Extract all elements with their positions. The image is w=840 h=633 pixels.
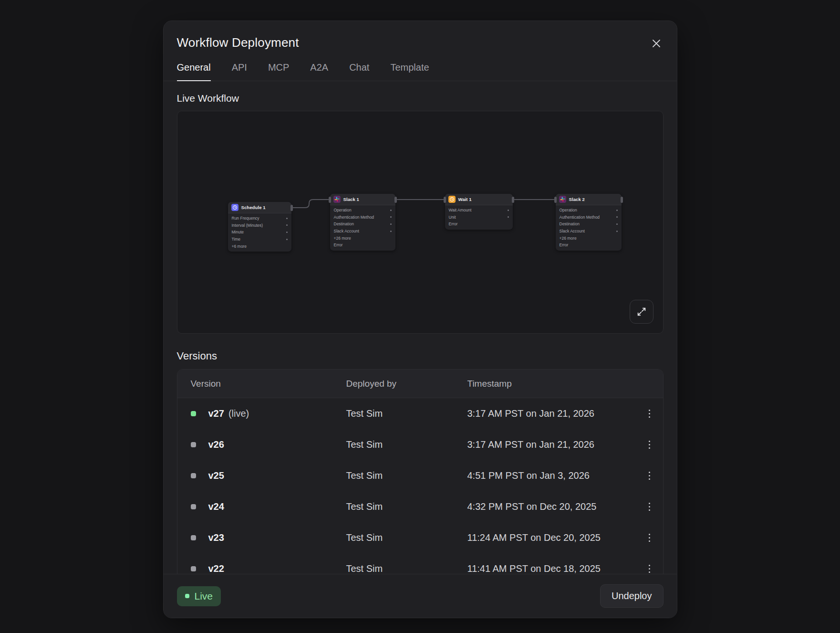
workflow-node-slack-1[interactable]: Slack 1OperationAuthentication MethodDes…	[330, 194, 395, 251]
tab-a2a[interactable]: A2A	[310, 62, 328, 81]
version-live-suffix: (live)	[228, 408, 249, 419]
tab-mcp[interactable]: MCP	[268, 62, 289, 81]
x-icon	[651, 38, 662, 49]
node-param-label: Authentication Method	[560, 215, 600, 220]
node-body: Run FrequencyInterval (Minutes)MinuteTim…	[228, 213, 291, 252]
node-param-row: Slack Account	[330, 228, 395, 235]
param-port-dot-icon	[286, 218, 288, 219]
node-param-label: Time	[232, 237, 241, 242]
node-body: Wait AmountUnitError	[445, 205, 513, 230]
version-cell: v24	[191, 501, 346, 512]
slack-icon	[333, 196, 341, 203]
versions-heading: Versions	[177, 350, 664, 362]
node-param-label: Operation	[560, 208, 577, 212]
param-port-dot-icon	[390, 216, 392, 218]
node-param-label: Operation	[334, 208, 352, 212]
undeploy-button[interactable]: Undeploy	[600, 584, 664, 608]
node-param-label: Slack Account	[334, 229, 359, 233]
node-input-port[interactable]	[444, 197, 446, 203]
node-output-port[interactable]	[512, 197, 514, 203]
workflow-node-wait-1[interactable]: Wait 1Wait AmountUnitError	[445, 194, 513, 230]
version-cell: v22	[191, 563, 346, 574]
clock-icon	[448, 196, 456, 203]
node-header: Slack 1	[330, 194, 395, 205]
node-param-row: Run Frequency	[228, 215, 291, 222]
version-status-dot-icon	[191, 442, 196, 447]
version-status-dot-icon	[191, 504, 196, 509]
node-title: Schedule 1	[241, 205, 266, 210]
modal-content: Live Workflow Schedule 1Run FrequencyInt…	[164, 81, 677, 574]
version-cell: v27(live)	[191, 408, 346, 419]
node-extra-row: Error	[445, 221, 513, 228]
row-menu-button[interactable]	[645, 406, 654, 422]
row-menu-button[interactable]	[645, 561, 654, 574]
versions-table-header: Version Deployed by Timestamp	[177, 369, 663, 398]
node-extra-row: +6 more	[228, 243, 291, 250]
page-title: Workflow Deployment	[177, 35, 299, 50]
timestamp-cell: 4:32 PM PST on Dec 20, 2025	[467, 501, 636, 512]
node-param-row: Operation	[330, 207, 395, 214]
node-param-row: Wait Amount	[445, 207, 513, 214]
expand-preview-button[interactable]	[630, 300, 653, 324]
close-button[interactable]	[649, 36, 664, 51]
table-row: v25Test Sim4:51 PM PST on Jan 3, 2026	[177, 460, 663, 491]
node-param-label: Authentication Method	[334, 215, 374, 220]
version-label: v23	[208, 532, 224, 543]
deployed-by-cell: Test Sim	[346, 532, 467, 543]
node-extra-row: Error	[330, 242, 395, 249]
tab-api[interactable]: API	[232, 62, 247, 81]
row-menu-button[interactable]	[645, 468, 654, 484]
row-menu-button[interactable]	[645, 499, 654, 515]
node-extra-label: +26 more	[560, 236, 577, 241]
node-param-label: Wait Amount	[449, 208, 472, 212]
param-port-dot-icon	[286, 224, 288, 226]
node-output-port[interactable]	[394, 197, 397, 203]
node-param-row: Authentication Method	[330, 214, 395, 221]
node-param-row: Destination	[556, 221, 622, 228]
versions-table-body: v27(live)Test Sim3:17 AM PST on Jan 21, …	[177, 398, 663, 574]
version-status-dot-icon	[191, 411, 196, 416]
node-param-label: Unit	[449, 215, 456, 220]
param-port-dot-icon	[616, 210, 618, 211]
node-param-label: Slack Account	[560, 229, 585, 233]
timestamp-cell: 11:24 AM PST on Dec 20, 2025	[467, 532, 636, 543]
node-param-row: Time	[228, 236, 291, 243]
live-workflow-heading: Live Workflow	[177, 93, 664, 104]
table-row: v22Test Sim11:41 AM PST on Dec 18, 2025	[177, 553, 663, 574]
workflow-canvas[interactable]: Schedule 1Run FrequencyInterval (Minutes…	[177, 111, 664, 334]
deployed-by-cell: Test Sim	[346, 408, 467, 419]
slack-icon	[559, 196, 566, 203]
version-status-dot-icon	[191, 566, 196, 571]
tab-template[interactable]: Template	[390, 62, 429, 81]
live-status-dot-icon	[185, 594, 189, 598]
node-extra-label: Error	[334, 243, 343, 247]
table-row: v24Test Sim4:32 PM PST on Dec 20, 2025	[177, 491, 663, 522]
table-row: v27(live)Test Sim3:17 AM PST on Jan 21, …	[177, 398, 663, 429]
node-input-port[interactable]	[329, 197, 331, 203]
node-header: Schedule 1	[228, 202, 291, 213]
deployed-by-cell: Test Sim	[346, 470, 467, 481]
node-param-row: Slack Account	[556, 228, 622, 235]
node-input-port[interactable]	[554, 197, 557, 203]
tab-general[interactable]: General	[177, 62, 211, 81]
param-port-dot-icon	[616, 216, 618, 218]
workflow-node-slack-2[interactable]: Slack 2OperationAuthentication MethodDes…	[556, 194, 622, 251]
node-param-label: Destination	[334, 222, 354, 226]
node-param-row: Unit	[445, 214, 513, 221]
workflow-node-schedule-1[interactable]: Schedule 1Run FrequencyInterval (Minutes…	[228, 202, 291, 252]
row-menu-button[interactable]	[645, 437, 654, 453]
node-output-port[interactable]	[621, 197, 623, 203]
deployed-by-cell: Test Sim	[346, 439, 467, 450]
param-port-dot-icon	[286, 239, 288, 240]
node-extra-label: Error	[560, 243, 569, 247]
table-row: v26Test Sim3:17 AM PST on Jan 21, 2026	[177, 429, 663, 460]
node-title: Slack 1	[343, 197, 359, 202]
node-extra-row: Error	[556, 242, 622, 249]
row-menu-button[interactable]	[645, 530, 654, 546]
node-output-port[interactable]	[290, 205, 293, 211]
column-header-deployed-by: Deployed by	[346, 379, 467, 389]
status-badge: Live	[177, 586, 221, 606]
tab-chat[interactable]: Chat	[349, 62, 369, 81]
version-label: v26	[208, 439, 224, 450]
node-param-label: Interval (Minutes)	[232, 223, 263, 228]
